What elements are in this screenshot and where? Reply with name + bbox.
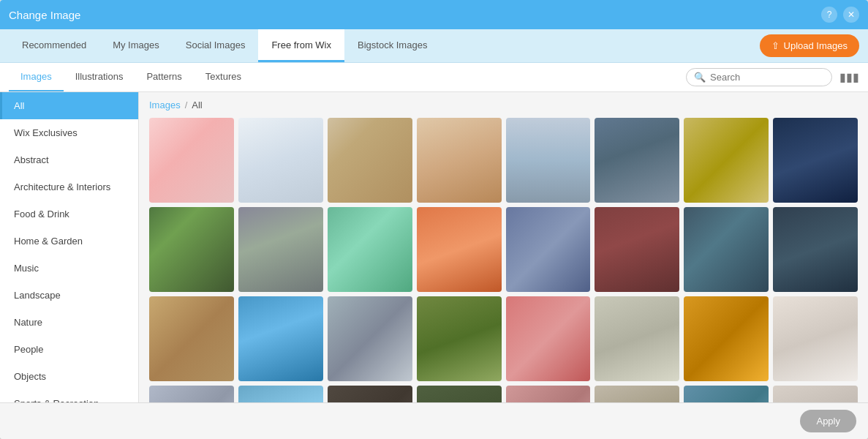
image-cell[interactable] [595, 386, 679, 402]
image-cell[interactable] [773, 207, 858, 292]
image-cell[interactable] [238, 386, 323, 402]
grid-view-icon[interactable]: ▮▮▮ [839, 70, 859, 84]
change-image-modal: Change Image ? ✕ Recommended My Images S… [0, 0, 868, 439]
upload-label: Upload Images [784, 40, 848, 51]
sub-tab-textures[interactable]: Textures [194, 63, 253, 91]
sidebar-item-abstract[interactable]: Abstract [0, 146, 138, 173]
image-cell[interactable] [773, 118, 858, 203]
image-cell[interactable] [328, 296, 412, 381]
breadcrumb-parent[interactable]: Images [149, 100, 181, 110]
breadcrumb-separator: / [185, 100, 188, 110]
image-cell[interactable] [238, 118, 323, 203]
image-cell[interactable] [595, 118, 679, 203]
image-cell[interactable] [149, 296, 234, 381]
sub-tabs-container: Images Illustrations Patterns Textures [0, 63, 253, 91]
tab-bigstock-images[interactable]: Bigstock Images [344, 29, 440, 62]
upload-images-button[interactable]: ⇧ Upload Images [760, 34, 859, 57]
search-icon: 🔍 [694, 72, 706, 83]
sidebar-item-sports[interactable]: Sports & Recreation [0, 390, 138, 402]
image-cell[interactable] [417, 118, 502, 203]
sub-tab-illustrations[interactable]: Illustrations [64, 63, 135, 91]
title-bar: Change Image ? ✕ [0, 0, 868, 29]
image-cell[interactable] [773, 386, 858, 402]
image-cell[interactable] [238, 207, 323, 292]
sidebar: All Wix Exclusives Abstract Architecture… [0, 92, 139, 402]
sidebar-item-music[interactable]: Music [0, 255, 138, 282]
sidebar-item-landscape[interactable]: Landscape [0, 282, 138, 309]
apply-button[interactable]: Apply [800, 410, 856, 432]
image-cell[interactable] [328, 118, 412, 203]
image-cell[interactable] [328, 207, 412, 292]
sidebar-item-objects[interactable]: Objects [0, 363, 138, 390]
breadcrumb-current: All [192, 100, 202, 110]
sidebar-item-all[interactable]: All [0, 92, 138, 119]
footer: Apply [0, 402, 868, 439]
image-cell[interactable] [238, 296, 323, 381]
sidebar-item-home-garden[interactable]: Home & Garden [0, 228, 138, 255]
tab-my-images[interactable]: My Images [99, 29, 173, 62]
tab-bar: Recommended My Images Social Images Free… [0, 29, 868, 63]
sidebar-item-people[interactable]: People [0, 336, 138, 363]
close-button[interactable]: ✕ [843, 7, 859, 23]
modal-title: Change Image [9, 9, 80, 21]
image-cell[interactable] [684, 207, 769, 292]
tab-social-images[interactable]: Social Images [173, 29, 259, 62]
image-cell[interactable] [773, 296, 858, 381]
image-cell[interactable] [506, 207, 591, 292]
image-cell[interactable] [506, 296, 591, 381]
search-input[interactable] [710, 72, 824, 83]
image-cell[interactable] [684, 386, 769, 402]
help-button[interactable]: ? [821, 7, 837, 23]
image-cell[interactable] [149, 386, 234, 402]
sidebar-item-architecture[interactable]: Architecture & Interiors [0, 173, 138, 200]
image-cell[interactable] [149, 207, 234, 292]
image-cell[interactable] [595, 296, 679, 381]
tab-free-from-wix[interactable]: Free from Wix [258, 29, 344, 62]
sidebar-item-nature[interactable]: Nature [0, 309, 138, 336]
search-box[interactable]: 🔍 [686, 68, 832, 86]
image-cell[interactable] [417, 207, 502, 292]
tabs-container: Recommended My Images Social Images Free… [9, 29, 440, 62]
sub-tab-right: 🔍 ▮▮▮ [686, 68, 859, 86]
main-content: All Wix Exclusives Abstract Architecture… [0, 92, 868, 402]
upload-icon: ⇧ [771, 40, 780, 51]
image-cell[interactable] [149, 118, 234, 203]
breadcrumb: Images / All [149, 100, 858, 110]
sidebar-item-wix-exclusives[interactable]: Wix Exclusives [0, 119, 138, 146]
tab-recommended[interactable]: Recommended [9, 29, 99, 62]
image-cell[interactable] [328, 386, 412, 402]
sub-tab-images[interactable]: Images [9, 63, 64, 91]
sidebar-item-food-drink[interactable]: Food & Drink [0, 200, 138, 228]
sub-tab-bar: Images Illustrations Patterns Textures 🔍… [0, 63, 868, 92]
sub-tab-patterns[interactable]: Patterns [135, 63, 193, 91]
image-grid [149, 118, 858, 402]
image-cell[interactable] [506, 386, 591, 402]
image-cell[interactable] [417, 296, 502, 381]
content-area: Images / All [139, 92, 868, 402]
title-bar-actions: ? ✕ [821, 7, 859, 23]
image-cell[interactable] [417, 386, 502, 402]
image-cell[interactable] [595, 207, 679, 292]
image-cell[interactable] [684, 296, 769, 381]
image-cell[interactable] [506, 118, 591, 203]
image-cell[interactable] [684, 118, 769, 203]
